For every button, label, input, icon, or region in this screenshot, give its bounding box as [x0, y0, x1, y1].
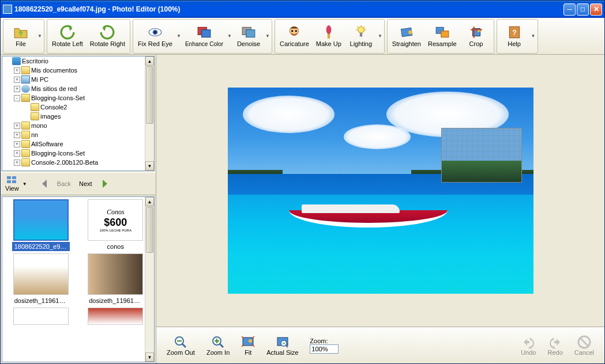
folder-tree[interactable]: Escritorio+Mis documentos+Mi PC+Mis siti… — [2, 56, 155, 171]
fit-button[interactable]: Fit — [235, 333, 261, 358]
thumbnail-label — [113, 326, 118, 328]
rotate-right-button[interactable]: Rotate Right — [87, 21, 129, 52]
thumbnail-item[interactable]: 1808622520_e9ca8ef074 — [5, 199, 77, 251]
tree-item[interactable]: +Mis documentos — [2, 66, 154, 75]
scroll-up-icon[interactable]: ▲ — [145, 197, 154, 206]
caricature-icon — [287, 25, 302, 40]
net-icon — [21, 85, 30, 93]
tree-item[interactable]: +mono — [2, 121, 154, 130]
help-dropdown-icon[interactable]: ▼ — [531, 21, 536, 52]
tree-item[interactable]: +Mis sitios de red — [2, 84, 154, 93]
rotate-left-button[interactable]: Rotate Left — [48, 21, 87, 52]
tree-item[interactable]: +nn — [2, 130, 154, 139]
thumbnail-item[interactable] — [80, 308, 152, 328]
denoise-icon — [241, 25, 256, 40]
denoise-dropdown-icon[interactable]: ▼ — [265, 21, 270, 52]
fix-red-eye-button[interactable]: Fix Red Eye — [134, 21, 176, 52]
thumbnail-label — [39, 326, 43, 328]
back-arrow-icon[interactable] — [39, 177, 51, 190]
svg-point-19 — [478, 30, 480, 32]
tree-expander-icon[interactable]: - — [14, 95, 20, 101]
scroll-down-icon[interactable]: ▼ — [145, 161, 154, 170]
thumbnail-image — [88, 253, 143, 295]
make-up-button[interactable]: Make Up — [313, 21, 345, 52]
scroll-up-icon[interactable]: ▲ — [145, 56, 154, 66]
folder-icon — [21, 158, 30, 166]
titlebar[interactable]: 1808622520_e9ca8ef074.jpg - Photo! Edito… — [1, 1, 604, 18]
minimize-button[interactable]: ─ — [563, 3, 576, 16]
tree-item[interactable]: Console2 — [2, 103, 154, 112]
thumbnail-label: dosizeth_1196179... — [87, 296, 144, 305]
left-panel: Escritorio+Mis documentos+Mi PC+Mis siti… — [1, 55, 156, 363]
tree-expander-icon[interactable]: + — [14, 77, 20, 83]
zoom-out-button[interactable]: Zoom Out — [161, 333, 201, 358]
tree-expander-icon[interactable]: + — [14, 150, 20, 157]
file-dropdown-icon[interactable]: ▼ — [37, 21, 43, 52]
thumbnail-image — [13, 199, 69, 241]
actual-size-button[interactable]: Actual Size — [261, 333, 304, 358]
zoom-in-button[interactable]: Zoom In — [201, 333, 235, 358]
tree-item[interactable]: +Console-2.00b120-Beta — [2, 158, 154, 167]
tree-expander-icon[interactable]: + — [14, 160, 20, 166]
svg-rect-24 — [7, 180, 11, 183]
tree-expander-icon[interactable]: + — [14, 67, 20, 74]
scroll-thumb[interactable] — [146, 207, 153, 253]
view-dropdown-icon[interactable]: ▼ — [22, 181, 27, 187]
scroll-thumb[interactable] — [146, 66, 153, 124]
thumbnail-browser[interactable]: 1808622520_e9ca8ef074Conos$600100% LECHE… — [2, 196, 155, 362]
close-button[interactable]: ✕ — [590, 3, 602, 16]
help-button[interactable]: ? Help — [498, 21, 531, 52]
next-arrow-icon[interactable] — [98, 177, 111, 190]
svg-point-29 — [249, 339, 252, 343]
scroll-down-icon[interactable]: ▼ — [145, 352, 154, 362]
svg-rect-22 — [7, 176, 11, 179]
app-window: 1808622520_e9ca8ef074.jpg - Photo! Edito… — [0, 0, 605, 364]
lighting-dropdown-icon[interactable]: ▼ — [377, 21, 383, 52]
eye-icon — [148, 25, 163, 40]
tree-item[interactable]: +AllSoftware — [2, 139, 154, 149]
thumbnail-item[interactable]: Conos$600100% LECHE PURAconos — [80, 199, 152, 251]
svg-rect-4 — [202, 30, 211, 37]
redeye-dropdown-icon[interactable]: ▼ — [176, 21, 182, 52]
image-canvas[interactable] — [156, 55, 604, 327]
lighting-button[interactable]: Lighting — [345, 21, 377, 52]
tree-scrollbar[interactable]: ▲ ▼ — [145, 56, 154, 170]
desk-icon — [12, 57, 21, 65]
straighten-button[interactable]: Straighten — [389, 21, 424, 52]
file-button[interactable]: File — [5, 21, 37, 52]
tree-item[interactable]: Escritorio — [2, 56, 154, 66]
enhance-color-button[interactable]: Enhance Color — [182, 21, 227, 52]
thumbnail-item[interactable]: dosizeth_1196179... — [80, 253, 152, 305]
tree-item[interactable]: -Blogging-Icons-Set — [2, 93, 154, 103]
zoom-input[interactable] — [310, 344, 339, 354]
thumbnail-item[interactable] — [5, 308, 77, 328]
view-mode-button[interactable]: View — [3, 175, 21, 193]
tree-expander-icon[interactable]: + — [14, 86, 20, 92]
undo-button[interactable]: Undo — [515, 333, 542, 358]
enhance-dropdown-icon[interactable]: ▼ — [227, 21, 232, 52]
tree-item[interactable]: +Blogging-Icons-Set — [2, 149, 154, 158]
tree-item-label: nn — [31, 131, 38, 138]
tree-item[interactable]: images — [2, 112, 154, 121]
maximize-button[interactable]: □ — [577, 3, 589, 16]
tree-item-label: Blogging-Icons-Set — [31, 150, 85, 157]
tree-item-label: Console-2.00b120-Beta — [31, 159, 98, 166]
tree-expander-icon[interactable]: + — [14, 132, 20, 138]
svg-rect-17 — [441, 31, 449, 37]
resample-button[interactable]: Resample — [424, 21, 460, 52]
tree-expander-icon[interactable]: + — [14, 141, 20, 147]
resample-icon — [435, 25, 450, 40]
caricature-button[interactable]: Caricature — [276, 21, 313, 52]
redo-button[interactable]: Redo — [542, 333, 568, 358]
tree-expander-icon[interactable]: + — [14, 123, 20, 129]
thumbnail-image: Conos$600100% LECHE PURA — [88, 199, 143, 241]
tree-item[interactable]: +Mi PC — [2, 75, 154, 84]
denoise-button[interactable]: Denoise — [232, 21, 265, 52]
thumbnail-image — [13, 308, 69, 325]
cancel-button[interactable]: Cancel — [569, 333, 600, 358]
svg-rect-6 — [246, 30, 255, 37]
thumbnail-item[interactable]: dosizeth_1196179... — [5, 253, 77, 305]
thumbs-scrollbar[interactable]: ▲ ▼ — [145, 197, 154, 362]
zoom-preview[interactable] — [441, 128, 522, 183]
crop-button[interactable]: Crop — [460, 21, 493, 52]
